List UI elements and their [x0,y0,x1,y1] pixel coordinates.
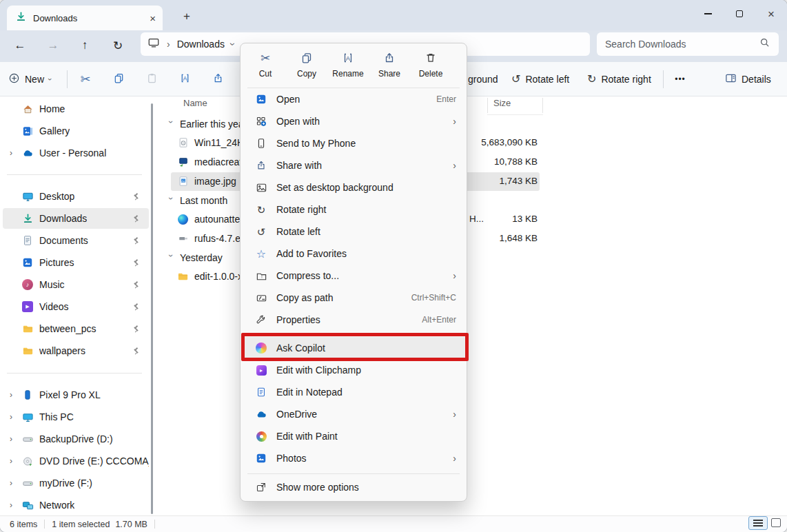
column-divider[interactable] [487,98,488,113]
tab-downloads[interactable]: Downloads × [7,6,163,30]
sidebar-item-backupdrive[interactable]: › BackupDrive (D:) [3,429,149,449]
group-header-last-month[interactable]: › Last month [159,191,227,210]
ellipsis-icon: ••• [675,74,686,84]
breadcrumb-downloads[interactable]: Downloads [177,39,225,50]
up-button[interactable]: ↑ [74,35,95,56]
collapse-chevron-icon[interactable]: › [166,197,176,204]
details-view-toggle[interactable] [748,516,768,530]
share-icon [212,72,224,87]
menu-cut-button[interactable]: ✂ Cut [245,49,285,85]
see-more-button[interactable]: ••• [670,67,691,92]
share-button[interactable] [207,67,229,92]
menu-item-edit-with-clipchamp[interactable]: ▸ Edit with Clipchamp [241,359,466,381]
sidebar-item-gallery[interactable]: Gallery [3,121,149,141]
menu-item-onedrive[interactable]: OneDrive › [241,403,466,425]
menu-item-open-with[interactable]: Open with › [241,110,466,132]
column-header-size[interactable]: Size [493,98,511,108]
sidebar-item-network[interactable]: › Network [3,495,149,515]
menu-item-rotate-right[interactable]: ↻ Rotate right [241,198,466,221]
rotate-left-icon: ↺ [511,74,520,85]
column-divider[interactable] [542,98,543,113]
sidebar-item-label: User - Personal [39,147,106,158]
menu-item-set-as-desktop-background[interactable]: Set as desktop background [241,176,466,198]
expand-chevron-icon[interactable]: › [10,500,21,510]
sidebar-item-home[interactable]: Home [3,99,149,119]
file-explorer-window: Downloads × + × ← → ↑ ↻ › Downloads › Ne… [0,0,787,532]
menu-item-edit-in-notepad[interactable]: Edit in Notepad [241,381,466,403]
menu-item-open[interactable]: Open Enter [241,88,466,110]
menu-item-rotate-left[interactable]: ↺ Rotate left [241,221,466,243]
rename-button[interactable]: A [174,67,196,92]
menu-item-send-to-my-phone[interactable]: Send to My Phone [241,132,466,154]
menu-item-share-with[interactable]: Share with › [241,154,466,176]
item-count: 6 items [10,520,37,529]
sidebar-item-downloads[interactable]: Downloads [3,208,149,229]
edge-browser-icon [177,214,189,225]
tab-close-icon[interactable]: × [150,13,156,23]
sidebar-item-music[interactable]: ♪ Music [3,274,149,295]
menu-share-button[interactable]: Share [369,49,409,85]
sidebar-item-pixel-9-pro-xl[interactable]: › Pixel 9 Pro XL [3,385,149,405]
menu-rename-button[interactable]: A Rename [328,49,368,85]
sidebar-item-pictures[interactable]: Pictures [3,252,149,273]
refresh-button[interactable]: ↻ [108,35,128,56]
pin-icon [132,258,141,267]
new-button[interactable]: New › [8,67,52,92]
rotate-left-button[interactable]: ↺ Rotate left [511,67,569,92]
search-input[interactable] [605,39,759,50]
breadcrumb-dropdown-icon[interactable]: › [227,43,238,46]
status-divider [44,520,45,529]
sidebar-item-label: Gallery [39,125,70,136]
expand-chevron-icon[interactable]: › [10,456,21,466]
details-pane-button[interactable]: Details [725,67,771,92]
sidebar-item-documents[interactable]: Documents [3,230,149,251]
rotate-right-button[interactable]: ↻ Rotate right [587,67,651,92]
minimize-icon [704,13,712,14]
sidebar-item-between-pcs[interactable]: between_pcs [3,318,149,339]
paste-button[interactable] [141,67,163,92]
menu-copy-button[interactable]: Copy [287,49,327,85]
sidebar-item-dvd-drive[interactable]: › DVD Drive (E:) CCCOMA_X64F [3,451,149,471]
copy-button[interactable] [108,67,130,92]
cut-button[interactable]: ✂ [74,67,96,92]
close-button[interactable]: × [755,0,787,28]
group-header-yesterday[interactable]: › Yesterday [159,248,223,267]
group-header-earlier-this-year[interactable]: › Earlier this year [159,114,247,134]
menu-item-edit-with-paint[interactable]: Edit with Paint [241,425,466,447]
expand-chevron-icon[interactable]: › [10,148,21,158]
large-icons-view-toggle[interactable] [771,518,781,527]
sidebar-item-videos[interactable]: ▶ Videos [3,296,149,317]
search-box[interactable] [597,32,779,56]
sidebar-item-onedrive-personal[interactable]: › User - Personal [3,143,149,163]
covered-button-fragment[interactable]: ground [468,74,498,85]
sidebar-item-desktop[interactable]: Desktop [3,186,149,207]
expand-chevron-icon[interactable]: › [10,390,21,400]
search-icon [759,37,770,51]
collapse-chevron-icon[interactable]: › [166,254,176,261]
sidebar-item-mydrive[interactable]: › myDrive (F:) [3,473,149,493]
menu-item-copy-as-path[interactable]: Copy as path Ctrl+Shift+C [241,287,466,309]
expand-chevron-icon[interactable]: › [10,434,21,444]
collapse-chevron-icon[interactable]: › [166,121,176,127]
submenu-chevron-icon: › [453,409,456,420]
sidebar-item-wallpapers[interactable]: wallpapers [3,340,149,361]
music-icon: ♪ [21,278,34,291]
column-header-name[interactable]: Name [183,98,207,108]
sidebar-item-label: Documents [39,235,88,246]
menu-item-show-more-options[interactable]: Show more options [241,476,466,498]
sidebar-scrollbar[interactable] [151,103,153,514]
expand-chevron-icon[interactable]: › [10,412,21,422]
expand-chevron-icon[interactable]: › [10,478,21,488]
menu-item-compress-to[interactable]: Compress to... › [241,265,466,287]
forward-button[interactable]: → [43,35,63,56]
sidebar-item-this-pc[interactable]: › This PC [3,407,149,427]
minimize-button[interactable] [692,0,724,28]
menu-item-add-to-favorites[interactable]: ☆ Add to Favorites [241,243,466,265]
menu-item-properties[interactable]: Properties Alt+Enter [241,309,466,331]
maximize-button[interactable] [724,0,755,28]
back-button[interactable]: ← [10,35,30,56]
submenu-chevron-icon: › [453,453,456,464]
menu-delete-button[interactable]: Delete [411,49,451,85]
new-tab-button[interactable]: + [179,9,194,24]
menu-item-photos[interactable]: Photos › [241,447,466,469]
